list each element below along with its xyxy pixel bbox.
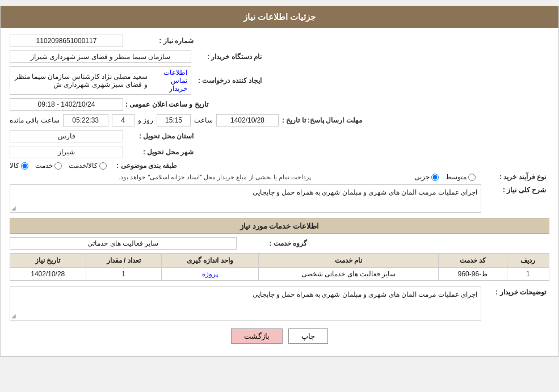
niyaz-number-row: شماره نیاز : 1102098651000117 [10,35,549,47]
page-header: جزئیات اطلاعات نیاز [1,6,558,28]
purchase-motevaset-item: متوسط [445,173,476,181]
response-time-label: ساعت [194,116,213,124]
th-unit: واحد اندازه گیری [161,254,258,268]
city-label: شهر محل تحویل : [123,148,197,156]
response-time-value: 15:15 [157,114,191,127]
th-row-num: ردیف [507,254,549,268]
category-kala-khedmat-item: کالا/خدمت [69,162,107,170]
creator-label: ایجاد کننده درخواست : [191,77,265,85]
purchase-jazei-radio[interactable] [431,174,439,181]
days-value: 4 [112,114,135,127]
buyer-desc-box: اجرای عملیات مرمت المان های شهری و مبلما… [10,286,481,321]
page-title: جزئیات اطلاعات نیاز [243,12,316,22]
table-header-row: ردیف کد خدمت نام خدمت واحد اندازه گیری ت… [10,254,549,268]
category-kala-khedmat-label: کالا/خدمت [69,162,98,170]
description-content: اجرای عملیات مرمت المان های شهری و مبلما… [10,184,481,213]
service-group-row: گروه خدمت : سایر فعالیت های خدماتی [10,237,549,250]
th-date: تاریخ نیاز [10,254,86,268]
buyer-desc-label: توضیحات خریدار : [481,286,549,296]
category-khedmat-radio[interactable] [54,162,62,170]
response-deadline-group: مهلت ارسال پاسخ: تا تاریخ : 1402/10/28 س… [10,114,365,127]
buyer-desc-content: اجرای عملیات مرمت المان های شهری و مبلما… [10,286,481,321]
pub-datetime-value: 1402/10/24 - 09:18 [10,98,123,111]
buyer-desc-row: توضیحات خریدار : اجرای عملیات مرمت المان… [10,286,549,321]
category-kala-label: کالا [10,162,19,170]
remaining-label: ساعت باقی مانده [10,116,60,124]
service-group-value: سایر فعالیت های خدماتی [10,237,237,250]
td-qty: 1 [86,268,161,281]
purchase-jazei-item: جزیی [414,173,439,181]
description-box: اجرای عملیات مرمت المان های شهری و مبلما… [10,184,481,213]
description-row: شرح کلی نیاز : اجرای عملیات مرمت المان ه… [10,184,549,213]
days-label: روز و [138,116,153,124]
buyer-desc-text: اجرای عملیات مرمت المان های شهری و مبلما… [253,290,477,298]
description-text: اجرای عملیات مرمت المان های شهری و مبلما… [253,188,477,196]
td-code: ط-96-960 [439,268,507,281]
category-radio-group: کالا/خدمت خدمت کالا [10,162,107,170]
purchase-type-radio-group: متوسط جزیی [414,173,476,181]
th-name: نام خدمت [258,254,439,268]
purchase-jazei-label: جزیی [414,173,430,181]
th-qty: تعداد / مقدار [86,254,161,268]
purchase-type-label: نوع فرآیند خرید : [476,173,549,181]
province-value: فارس [10,130,123,142]
buyer-org-row: نام دستگاه خریدار : سازمان سیما منظر و ف… [10,50,549,63]
creator-contact-link[interactable]: اطلاعات تماس خریدار [151,69,187,92]
buyer-org-value: سازمان سیما منظر و فضای سبز شهرداری شیرا… [10,50,191,63]
services-section-header: اطلاعات خدمات مورد نیاز [10,218,549,234]
category-row: طبقه بندی موضوعی : کالا/خدمت خدمت کالا [10,162,549,170]
purchase-type-note: پرداخت تمام یا بخشی از مبلغ خریدار محل "… [10,174,414,181]
creator-row: ایجاد کننده درخواست : اطلاعات تماس خریدا… [10,66,549,95]
creator-name: سعید مصلی نژاد کارشناس سازمان سیما منظر … [14,73,148,88]
category-khedmat-label: خدمت [35,162,53,170]
buyer-resize-icon: ◢ [11,313,16,319]
td-unit: پروژه [161,268,258,281]
province-label: استان محل تحویل : [123,132,197,140]
purchase-motevaset-radio[interactable] [468,174,476,181]
creator-value: اطلاعات تماس خریدار سعید مصلی نژاد کارشن… [10,66,191,95]
category-kala-khedmat-radio[interactable] [99,162,107,170]
pub-datetime-group: تاریخ و ساعت اعلان عمومی : 1402/10/24 - … [10,98,208,111]
response-date-value: 1402/10/28 [216,114,279,127]
resize-icon: ◢ [11,205,16,211]
purchase-motevaset-label: متوسط [445,173,466,181]
purchase-type-row: نوع فرآیند خرید : متوسط جزیی پرداخت تمام… [10,173,549,181]
remaining-value: 05:22:33 [63,114,108,127]
services-table: ردیف کد خدمت نام خدمت واحد اندازه گیری ت… [10,253,549,281]
th-code: کد خدمت [439,254,507,268]
city-row: شهر محل تحویل : شیراز [10,146,549,158]
category-kala-radio[interactable] [21,162,28,170]
page-wrapper: جزئیات اطلاعات نیاز شماره نیاز : 1102098… [0,6,559,357]
services-section-label: اطلاعات خدمات مورد نیاز [240,222,319,230]
td-date: 1402/10/28 [10,268,86,281]
print-button[interactable]: چاپ [288,328,328,344]
description-label: شرح کلی نیاز : [481,184,549,194]
service-group-label: گروه خدمت : [237,239,310,247]
category-khedmat-item: خدمت [35,162,62,170]
table-row: 1 ط-96-960 سایر فعالیت های خدماتی شخصی پ… [10,268,549,281]
niyaz-number-value: 1102098651000117 [10,35,123,47]
response-time-row: مهلت ارسال پاسخ: تا تاریخ : 1402/10/28 س… [10,114,549,127]
category-kala-item: کالا [10,162,28,170]
back-button[interactable]: بازگشت [231,328,283,344]
pub-datetime-label: تاریخ و ساعت اعلان عمومی : [125,100,208,108]
td-row-num: 1 [507,268,549,281]
pub-datetime-row: تاریخ و ساعت اعلان عمومی : 1402/10/24 - … [10,98,549,111]
td-name: سایر فعالیت های خدماتی شخصی [258,268,439,281]
buyer-org-label: نام دستگاه خریدار : [191,53,265,61]
response-deadline-label: مهلت ارسال پاسخ: تا تاریخ : [282,116,365,124]
main-content: شماره نیاز : 1102098651000117 نام دستگاه… [1,28,558,356]
category-label: طبقه بندی موضوعی : [107,162,180,170]
niyaz-number-label: شماره نیاز : [123,37,197,45]
bottom-buttons: چاپ بازگشت [10,328,549,344]
province-row: استان محل تحویل : فارس [10,130,549,142]
city-value: شیراز [10,146,123,158]
